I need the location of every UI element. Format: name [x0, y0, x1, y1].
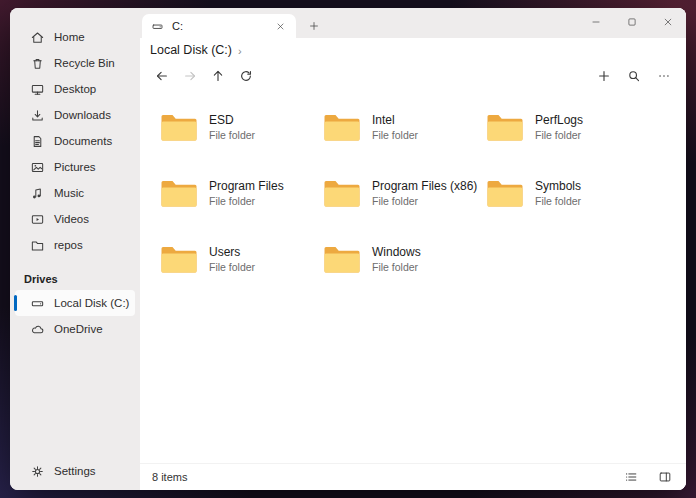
- folder-name: ESD: [209, 113, 255, 127]
- sidebar-item-label: Videos: [54, 213, 89, 225]
- sidebar-item-desktop[interactable]: Desktop: [15, 76, 135, 102]
- folder-tile-windows[interactable]: WindowsFile folder: [311, 226, 474, 292]
- tab-close-icon[interactable]: [272, 18, 288, 34]
- folder-type: File folder: [209, 129, 255, 141]
- sidebar-item-recycle-bin[interactable]: Recycle Bin: [15, 50, 135, 76]
- drive-icon: [150, 19, 165, 34]
- sidebar-item-label: Settings: [54, 465, 96, 477]
- sidebar-item-repos[interactable]: repos: [15, 232, 135, 258]
- music-icon: [30, 186, 45, 201]
- new-item-button[interactable]: [592, 64, 616, 88]
- folder-tile-symbols[interactable]: SymbolsFile folder: [474, 160, 637, 226]
- folder-type: File folder: [535, 195, 581, 207]
- drives-section-header: Drives: [10, 268, 140, 290]
- maximize-button[interactable]: [614, 8, 650, 36]
- folder-name: Program Files: [209, 179, 284, 193]
- back-button[interactable]: [150, 64, 174, 88]
- items-count: 8 items: [152, 471, 187, 483]
- sidebar-item-music[interactable]: Music: [15, 180, 135, 206]
- sidebar-item-label: OneDrive: [54, 323, 103, 335]
- desktop-icon: [30, 82, 45, 97]
- folder-tile-perflogs[interactable]: PerfLogsFile folder: [474, 94, 637, 160]
- main-pane: C: Local Disk (C:) ›: [140, 8, 686, 490]
- folder-tile-users[interactable]: UsersFile folder: [148, 226, 311, 292]
- tab-label: C:: [172, 20, 265, 32]
- folder-icon: [486, 112, 524, 142]
- sidebar-item-label: Downloads: [54, 109, 111, 121]
- folder-name: Intel: [372, 113, 418, 127]
- sidebar-item-label: Home: [54, 31, 85, 43]
- folder-tile-program-files-x86[interactable]: Program Files (x86)File folder: [311, 160, 474, 226]
- file-explorer-window: Home Recycle Bin Desktop Downloads Docum…: [10, 8, 686, 490]
- sidebar-item-videos[interactable]: Videos: [15, 206, 135, 232]
- folder-grid: ESDFile folder IntelFile folder PerfLogs…: [140, 90, 686, 463]
- sidebar-item-label: Recycle Bin: [54, 57, 115, 69]
- folder-icon: [323, 112, 361, 142]
- sidebar-item-local-disk-c[interactable]: Local Disk (C:): [15, 290, 135, 316]
- breadcrumb-item-local-disk[interactable]: Local Disk (C:): [150, 43, 232, 57]
- chevron-right-icon: ›: [238, 45, 242, 57]
- status-bar-actions: [622, 468, 674, 486]
- gear-icon: [30, 464, 45, 479]
- recycle-bin-icon: [30, 56, 45, 71]
- sidebar-item-label: Desktop: [54, 83, 96, 95]
- refresh-button[interactable]: [234, 64, 258, 88]
- folder-type: File folder: [209, 261, 255, 273]
- folder-icon: [160, 178, 198, 208]
- videos-icon: [30, 212, 45, 227]
- toolbar: [140, 62, 686, 90]
- folder-type: File folder: [372, 261, 421, 273]
- documents-icon: [30, 134, 45, 149]
- folder-name: Users: [209, 245, 255, 259]
- window-controls: [578, 8, 686, 36]
- folder-icon: [323, 178, 361, 208]
- repos-icon: [30, 238, 45, 253]
- home-icon: [30, 30, 45, 45]
- folder-tile-intel[interactable]: IntelFile folder: [311, 94, 474, 160]
- more-options-button[interactable]: [652, 64, 676, 88]
- folder-name: Symbols: [535, 179, 581, 193]
- folder-type: File folder: [372, 195, 474, 207]
- tab-c-drive[interactable]: C:: [142, 14, 296, 38]
- sidebar-item-label: repos: [54, 239, 83, 251]
- folder-icon: [323, 244, 361, 274]
- folder-name: PerfLogs: [535, 113, 583, 127]
- new-tab-button[interactable]: [302, 14, 326, 38]
- folder-icon: [486, 178, 524, 208]
- up-button[interactable]: [206, 64, 230, 88]
- cloud-icon: [30, 322, 45, 337]
- sidebar-item-label: Local Disk (C:): [54, 297, 129, 309]
- folder-type: File folder: [209, 195, 284, 207]
- minimize-button[interactable]: [578, 8, 614, 36]
- sidebar-item-pictures[interactable]: Pictures: [15, 154, 135, 180]
- sidebar-spacer: [10, 342, 140, 458]
- folder-type: File folder: [535, 129, 583, 141]
- folder-tile-esd[interactable]: ESDFile folder: [148, 94, 311, 160]
- sidebar-item-label: Music: [54, 187, 84, 199]
- sidebar-item-settings[interactable]: Settings: [15, 458, 135, 484]
- sidebar-item-home[interactable]: Home: [15, 24, 135, 50]
- sidebar-item-label: Pictures: [54, 161, 96, 173]
- folder-name: Program Files (x86): [372, 179, 474, 193]
- sidebar-item-onedrive[interactable]: OneDrive: [15, 316, 135, 342]
- forward-button[interactable]: [178, 64, 202, 88]
- sidebar-item-label: Documents: [54, 135, 112, 147]
- sidebar-item-downloads[interactable]: Downloads: [15, 102, 135, 128]
- details-view-icon[interactable]: [622, 468, 640, 486]
- sidebar-item-documents[interactable]: Documents: [15, 128, 135, 154]
- search-button[interactable]: [622, 64, 646, 88]
- drive-icon: [30, 296, 45, 311]
- downloads-icon: [30, 108, 45, 123]
- folder-type: File folder: [372, 129, 418, 141]
- sidebar: Home Recycle Bin Desktop Downloads Docum…: [10, 8, 140, 490]
- breadcrumb: Local Disk (C:) ›: [140, 38, 686, 62]
- toolbar-right: [592, 64, 676, 88]
- status-bar: 8 items: [140, 463, 686, 490]
- tab-bar: C:: [140, 8, 686, 38]
- preview-pane-icon[interactable]: [656, 468, 674, 486]
- folder-tile-program-files[interactable]: Program FilesFile folder: [148, 160, 311, 226]
- folder-name: Windows: [372, 245, 421, 259]
- folder-icon: [160, 112, 198, 142]
- pictures-icon: [30, 160, 45, 175]
- close-button[interactable]: [650, 8, 686, 36]
